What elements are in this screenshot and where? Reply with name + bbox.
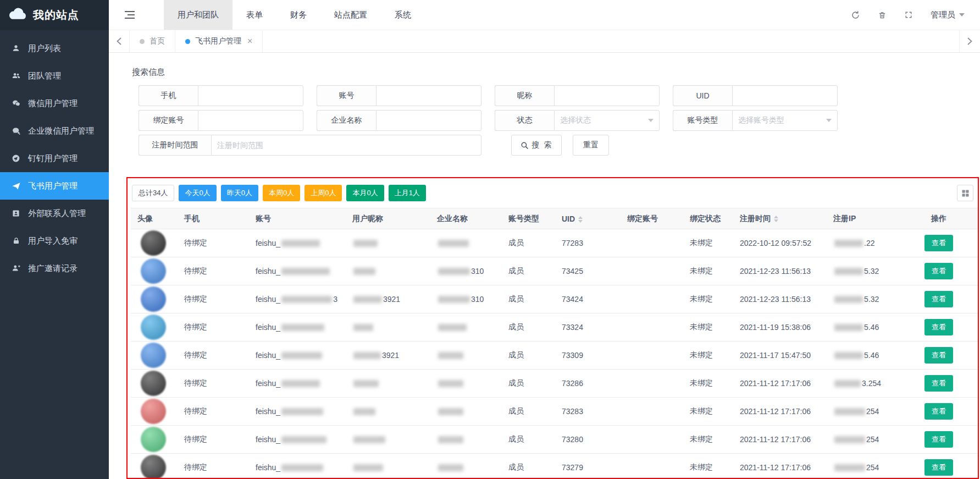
top-menu-item-finance[interactable]: 财务	[276, 0, 320, 30]
account-cell: feishu_	[249, 454, 346, 479]
avatar-cell	[131, 257, 178, 285]
redacted-text	[438, 324, 467, 331]
avatar	[141, 371, 166, 396]
top-menu-item-forms[interactable]: 表单	[232, 0, 276, 30]
search-field-nickname: 昵称	[495, 85, 660, 106]
search-button[interactable]: 搜 索	[511, 135, 562, 156]
sort-icon[interactable]	[774, 216, 778, 222]
view-button[interactable]: 查看	[924, 235, 953, 251]
redacted-text	[353, 408, 375, 415]
view-button[interactable]: 查看	[924, 347, 953, 364]
trash-icon[interactable]	[878, 10, 887, 20]
action-cell: 查看	[896, 342, 979, 370]
sidebar-item-feishu-users[interactable]: 飞书用户管理	[0, 172, 109, 200]
tabs-scroll-right-icon[interactable]	[959, 30, 980, 52]
view-button[interactable]: 查看	[924, 263, 953, 279]
company-cell: 310	[430, 257, 502, 285]
bind-status-cell: 未绑定	[683, 313, 733, 342]
redacted-text	[281, 268, 330, 275]
view-button[interactable]: 查看	[924, 291, 953, 307]
reg-ip-cell: 5.32	[827, 257, 896, 285]
search-icon	[521, 141, 529, 150]
view-button[interactable]: 查看	[924, 319, 953, 335]
column-header: 手机	[178, 208, 249, 229]
stat-button-yesterday[interactable]: 昨天0人	[221, 185, 258, 201]
table-row: 待绑定feishu_成员73279未绑定2021-11-12 17:17:062…	[131, 454, 979, 479]
company-cell	[430, 342, 502, 370]
sidebar-item-label: 企业微信用户管理	[28, 126, 94, 136]
sidebar-item-dingtalk-users[interactable]: 钉钉用户管理	[0, 145, 109, 172]
bind-account-cell	[621, 342, 683, 370]
phone-input[interactable]	[198, 85, 303, 106]
tab-close-icon[interactable]: ×	[247, 37, 252, 46]
column-header: 绑定状态	[683, 208, 733, 229]
redacted-text	[834, 268, 863, 275]
sort-icon[interactable]	[578, 216, 583, 223]
action-cell: 查看	[896, 426, 979, 454]
team-icon	[11, 71, 21, 80]
account-input[interactable]	[376, 85, 481, 106]
stat-button-last-month[interactable]: 上月1人	[389, 185, 426, 201]
sidebar-item-team-manage[interactable]: 团队管理	[0, 62, 109, 90]
top-menu-item-site-config[interactable]: 站点配置	[320, 0, 381, 30]
field-label: 账号	[317, 85, 376, 106]
table-body: 待绑定feishu_成员77283未绑定2022-10-12 09:57:52.…	[131, 229, 979, 479]
sidebar-item-wechat-users[interactable]: 微信用户管理	[0, 90, 109, 117]
company-cell	[430, 454, 502, 479]
bind-status-cell: 未绑定	[683, 398, 733, 426]
company-input[interactable]	[376, 110, 481, 131]
top-menu-item-system[interactable]: 系统	[381, 0, 425, 30]
refresh-icon[interactable]	[851, 10, 860, 20]
reg-ip-cell: 254	[827, 454, 896, 479]
sidebar-item-user-import[interactable]: 用户导入免审	[0, 227, 109, 255]
reg-time-cell: 2021-11-17 15:47:50	[733, 342, 827, 370]
account-type-select[interactable]: 选择账号类型	[732, 110, 838, 131]
tab-feishu-users[interactable]: 飞书用户管理×	[175, 30, 263, 52]
action-cell: 查看	[896, 398, 979, 426]
action-cell: 查看	[896, 285, 979, 313]
field-label: 手机	[139, 85, 198, 106]
sidebar-item-invite-records[interactable]: 推广邀请记录	[0, 255, 109, 282]
collapse-menu-icon[interactable]	[124, 10, 135, 19]
nickname-input[interactable]	[554, 85, 660, 106]
bind-account-cell	[621, 285, 683, 313]
sidebar-item-wecom-users[interactable]: 企业微信用户管理	[0, 117, 109, 145]
redacted-text	[438, 436, 463, 443]
sidebar-item-user-list[interactable]: 用户列表	[0, 35, 109, 62]
sidebar-item-external-contacts[interactable]: 外部联系人管理	[0, 200, 109, 227]
status-select[interactable]: 选择状态	[554, 110, 660, 131]
admin-dropdown[interactable]: 管理员	[931, 10, 965, 20]
company-cell	[430, 229, 502, 257]
avatar	[141, 427, 166, 452]
logo[interactable]: 我的站点	[0, 0, 109, 30]
reset-button[interactable]: 重置	[573, 135, 609, 156]
stat-button-this-month[interactable]: 本月0人	[346, 185, 384, 201]
reg-ip-cell: 5.32	[827, 285, 896, 313]
view-button[interactable]: 查看	[924, 431, 953, 448]
stat-button-today[interactable]: 今天0人	[179, 185, 216, 201]
view-button[interactable]: 查看	[924, 459, 953, 476]
view-button[interactable]: 查看	[924, 375, 953, 392]
stat-button-total[interactable]: 总计34人	[132, 185, 174, 201]
fullscreen-icon[interactable]	[904, 10, 913, 19]
avatar-cell	[131, 313, 178, 342]
table-row: 待绑定feishu_成员73324未绑定2021-11-19 15:38:065…	[131, 313, 979, 342]
uid-input[interactable]	[732, 85, 838, 106]
redacted-text	[834, 352, 863, 359]
user-icon	[11, 44, 21, 53]
stat-button-last-week[interactable]: 上周0人	[304, 185, 342, 201]
stat-button-this-week[interactable]: 本周0人	[263, 185, 300, 201]
tab-home[interactable]: 首页	[130, 30, 175, 52]
table-row: 待绑定feishu_成员73286未绑定2021-11-12 17:17:063…	[131, 370, 979, 398]
tab-bar: 首页飞书用户管理×	[109, 30, 980, 53]
bind-status-cell: 未绑定	[683, 342, 733, 370]
tabs-scroll-left-icon[interactable]	[109, 30, 130, 52]
column-settings-button[interactable]	[957, 185, 973, 201]
sidebar-item-label: 用户导入免审	[28, 236, 77, 246]
view-button[interactable]: 查看	[924, 403, 953, 420]
bind-account-input[interactable]	[198, 110, 303, 131]
reg-time-range-input[interactable]	[211, 135, 481, 156]
caret-down-icon	[959, 13, 965, 16]
top-menu-item-users-teams[interactable]: 用户和团队	[164, 0, 232, 30]
bind-account-cell	[621, 370, 683, 398]
